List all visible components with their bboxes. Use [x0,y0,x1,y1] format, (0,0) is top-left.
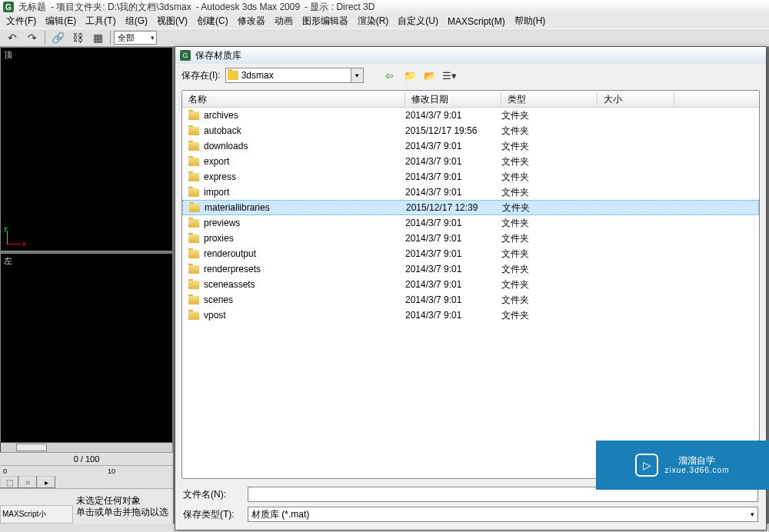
file-row[interactable]: export2014/3/7 9:01文件夹 [182,154,759,169]
column-type[interactable]: 类型 [501,91,598,107]
viewport-top[interactable]: 顶 x y [0,47,173,251]
up-icon[interactable]: 📁 [402,68,418,82]
column-date[interactable]: 修改日期 [405,91,501,107]
keymode-icon[interactable]: ⬚ [0,476,18,488]
file-row[interactable]: downloads2014/3/7 9:01文件夹 [182,138,759,154]
folder-icon [188,311,199,320]
ruler-tick-10: 10 [108,467,115,475]
menu-edit[interactable]: 编辑(E) [41,13,81,29]
status-selection: 未选定任何对象 [76,495,173,507]
file-row[interactable]: renderpresets2014/3/7 9:01文件夹 [182,261,759,277]
file-name: vpost [204,310,226,321]
menubar: 文件(F) 编辑(E) 工具(T) 组(G) 视图(V) 创建(C) 修改器 动… [0,14,769,28]
folder-icon [188,234,199,243]
unlink-icon[interactable]: ⛓ [68,30,87,45]
file-type: 文件夹 [501,278,598,291]
file-list-body[interactable]: archives2014/3/7 9:01文件夹autoback2015/12/… [182,108,759,478]
timeline-scrollbar[interactable] [0,442,173,453]
folder-icon [188,142,199,151]
app-icon: G [3,2,14,12]
watermark-main: 溜溜自学 [678,456,715,466]
file-type: 文件夹 [501,125,598,138]
maxscript-listener-label[interactable]: MAXScript小 [0,505,73,524]
viewport-left-label: 左 [4,255,12,267]
back-icon[interactable]: ⇦ [382,68,398,82]
menu-file[interactable]: 文件(F) [2,13,41,29]
file-row[interactable]: materiallibraries2015/12/17 12:39文件夹 [182,200,759,215]
file-row[interactable]: previews2014/3/7 9:01文件夹 [182,215,759,231]
menu-help[interactable]: 帮助(H) [510,13,551,29]
filetype-dropdown[interactable]: 材质库 (*.mat) [248,507,758,522]
menu-maxscript[interactable]: MAXScript(M) [443,15,510,28]
redo-icon[interactable]: ↷ [23,30,42,45]
menu-rendering[interactable]: 渲染(R) [353,13,394,29]
view-menu-icon[interactable]: ☰▾ [442,68,458,82]
file-name: renderpresets [204,264,261,274]
savein-label: 保存在(I): [181,69,221,82]
file-type: 文件夹 [501,217,598,230]
file-name: express [204,171,236,182]
play-icon: ▷ [635,454,658,477]
file-date: 2014/3/7 9:01 [405,141,501,151]
file-type: 文件夹 [501,248,598,261]
menu-grapheditors[interactable]: 图形编辑器 [298,13,353,29]
savein-dropdown[interactable]: 3dsmax ▼ [225,68,364,83]
file-row[interactable]: import2014/3/7 9:01文件夹 [182,185,759,200]
undo-icon[interactable]: ↶ [3,30,22,45]
watermark-sub: zixue.3d66.com [664,466,729,474]
savein-value: 3dsmax [241,70,274,81]
folder-icon [188,173,199,181]
file-row[interactable]: proxies2014/3/7 9:01文件夹 [182,231,759,246]
setkey-icon[interactable]: ▸ [37,476,55,488]
filter-dropdown[interactable]: 全部 [114,31,157,45]
menu-create[interactable]: 创建(C) [192,13,233,29]
file-type: 文件夹 [501,294,598,307]
file-row[interactable]: archives2014/3/7 9:01文件夹 [182,108,759,123]
file-type: 文件夹 [501,186,598,199]
link-icon[interactable]: 🔗 [48,30,67,45]
menu-tools[interactable]: 工具(T) [81,13,120,29]
folder-icon [188,127,199,135]
file-row[interactable]: vpost2014/3/7 9:01文件夹 [182,308,759,323]
title-part-0: 无标题 [18,1,46,14]
file-type: 文件夹 [501,263,598,276]
file-row[interactable]: sceneassets2014/3/7 9:01文件夹 [182,277,759,292]
status-prompt: 单击或单击并拖动以选 [76,507,173,518]
file-date: 2014/3/7 9:01 [405,248,501,259]
title-part-1: - 项目文件夹: D:\我的文档\3dsmax [51,1,191,14]
file-date: 2014/3/7 9:01 [405,310,501,321]
folder-icon [188,250,199,258]
chevron-down-icon[interactable]: ▼ [351,68,363,82]
file-name: archives [204,110,238,121]
axis-gizmo-icon: x y [5,224,27,246]
filename-label: 文件名(N): [183,488,241,501]
column-size[interactable]: 大小 [598,91,674,107]
filetype-label: 保存类型(T): [183,508,241,521]
menu-customize[interactable]: 自定义(U) [393,13,443,29]
folder-icon [188,296,199,304]
file-type: 文件夹 [501,155,598,168]
file-date: 2014/3/7 9:01 [405,156,501,167]
file-date: 2015/12/17 19:56 [405,125,501,136]
folder-icon [189,204,200,212]
file-date: 2014/3/7 9:01 [405,279,501,290]
file-name: renderoutput [204,248,256,259]
folder-icon [228,71,238,80]
menu-modifiers[interactable]: 修改器 [233,13,270,29]
file-date: 2014/3/7 9:01 [405,110,501,121]
column-name[interactable]: 名称 [182,91,405,107]
new-folder-icon[interactable]: 📂 [422,68,438,82]
file-row[interactable]: express2014/3/7 9:01文件夹 [182,169,759,185]
time-ruler[interactable]: 0 10 [0,465,173,476]
menu-animation[interactable]: 动画 [270,13,298,29]
menu-group[interactable]: 组(G) [121,13,152,29]
file-name: autoback [204,125,241,136]
autokey-icon[interactable]: ○ [18,476,37,488]
file-row[interactable]: scenes2014/3/7 9:01文件夹 [182,292,759,308]
bind-icon[interactable]: ▦ [88,30,107,45]
dialog-titlebar[interactable]: G 保存材质库 [175,47,766,64]
file-row[interactable]: autoback2015/12/17 19:56文件夹 [182,123,759,138]
file-name: materiallibraries [205,202,270,213]
menu-views[interactable]: 视图(V) [152,13,192,29]
file-row[interactable]: renderoutput2014/3/7 9:01文件夹 [182,246,759,261]
